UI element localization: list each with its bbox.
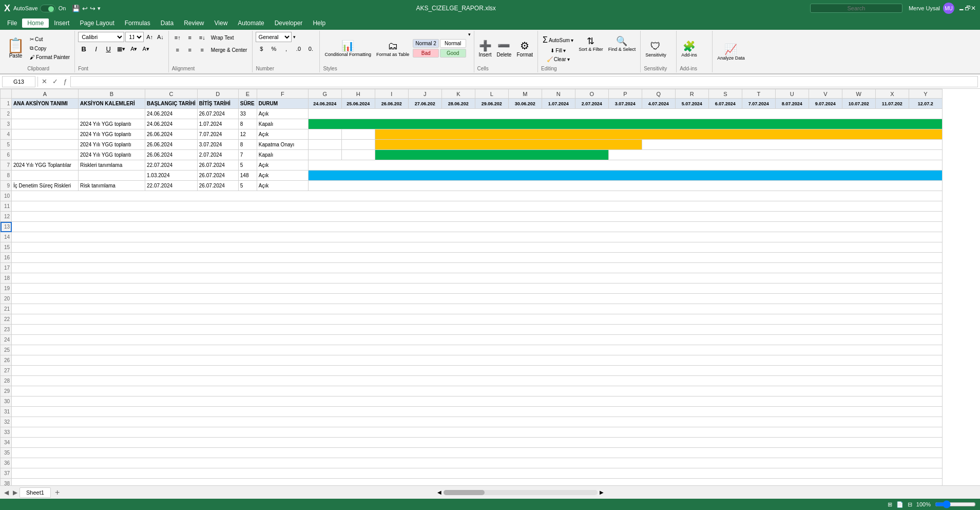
cell-E9[interactable]: 5 xyxy=(238,181,257,191)
close-button[interactable]: ✕ xyxy=(971,5,976,12)
cell-K1[interactable]: 28.06.202 xyxy=(441,99,475,109)
cell-T1[interactable]: 7.07.2024 xyxy=(742,99,775,109)
cell-gantt-4b[interactable] xyxy=(341,129,375,140)
col-header-G[interactable]: G xyxy=(308,89,341,99)
cell-A7[interactable]: 2024 Yılı YGG Toplantılar xyxy=(12,160,79,171)
cell-gantt-8[interactable] xyxy=(308,171,942,181)
sensitivity-button[interactable]: 🛡 Sensitivity xyxy=(644,39,668,59)
analyze-data-button[interactable]: 📈 Analyze Data xyxy=(716,42,746,62)
col-header-A[interactable]: A xyxy=(12,89,79,99)
cell-reference-input[interactable] xyxy=(2,76,35,87)
menu-help[interactable]: Help xyxy=(308,18,331,28)
cell-E5[interactable]: 8 xyxy=(238,140,257,150)
menu-formulas[interactable]: Formulas xyxy=(120,18,156,28)
cell-B8[interactable] xyxy=(79,171,145,181)
col-header-M[interactable]: M xyxy=(508,89,542,99)
font-family-select[interactable]: Calibri xyxy=(78,32,124,42)
cell-A2[interactable] xyxy=(12,109,79,119)
next-sheet-button[interactable]: ▶ xyxy=(11,488,20,497)
corner-cell[interactable] xyxy=(1,89,12,99)
menu-developer[interactable]: Developer xyxy=(270,18,308,28)
currency-button[interactable]: $ xyxy=(256,43,267,54)
cell-F1[interactable]: DURUM xyxy=(257,99,308,109)
cell-X1[interactable]: 11.07.202 xyxy=(875,99,909,109)
cell-B2[interactable] xyxy=(79,109,145,119)
cell-D6[interactable]: 2.07.2024 xyxy=(197,150,238,160)
align-middle-button[interactable]: ≡ xyxy=(184,32,196,43)
row-header[interactable]: 4 xyxy=(1,129,12,140)
col-header-R[interactable]: R xyxy=(675,89,708,99)
format-as-table-button[interactable]: 🗂 Format as Table xyxy=(375,39,411,59)
cell-C2[interactable]: 24.06.2024 xyxy=(145,109,198,119)
cell-gantt-2[interactable] xyxy=(308,109,942,119)
format-painter-button[interactable]: 🖌 Format Painter xyxy=(28,53,71,61)
cell-gantt-7[interactable] xyxy=(308,160,942,171)
cell-F4[interactable]: Açık xyxy=(257,129,308,140)
cell-C5[interactable]: 26.06.2024 xyxy=(145,140,198,150)
col-header-T[interactable]: T xyxy=(742,89,775,99)
col-header-O[interactable]: O xyxy=(575,89,608,99)
cell-F9[interactable]: Açık xyxy=(257,181,308,191)
increase-decimal-button[interactable]: .0 xyxy=(293,43,304,54)
col-header-F[interactable]: F xyxy=(257,89,308,99)
normal2-style-button[interactable]: Normal 2 xyxy=(413,39,439,48)
cell-D2[interactable]: 26.07.2024 xyxy=(197,109,238,119)
normal-style-button[interactable]: Normal xyxy=(440,39,466,48)
more-title-btn[interactable]: ▾ xyxy=(97,4,102,13)
cell-J1[interactable]: 27.06.202 xyxy=(408,99,441,109)
cell-O1[interactable]: 2.07.2024 xyxy=(575,99,608,109)
paste-button[interactable]: 📋 Paste xyxy=(5,37,26,60)
cell-E4[interactable]: 12 xyxy=(238,129,257,140)
cell-gantt-6c[interactable] xyxy=(375,150,608,160)
row-header[interactable]: 8 xyxy=(1,171,12,181)
cell-A3[interactable] xyxy=(12,119,79,129)
cell-Y1[interactable]: 12.07.2 xyxy=(909,99,942,109)
cell-E7[interactable]: 5 xyxy=(238,160,257,171)
align-left-button[interactable]: ≡ xyxy=(172,44,183,55)
cell-E3[interactable]: 8 xyxy=(238,119,257,129)
cell-E8[interactable]: 148 xyxy=(238,171,257,181)
cell-gantt-6a[interactable] xyxy=(308,150,341,160)
cell-B1[interactable]: AKSİYON KALEMLERİ xyxy=(79,99,145,109)
cell-gantt-5d[interactable] xyxy=(642,140,942,150)
cell-F2[interactable]: Açık xyxy=(257,109,308,119)
col-header-L[interactable]: L xyxy=(475,89,508,99)
cell-F5[interactable]: Kapatma Onayı xyxy=(257,140,308,150)
horizontal-scrollbar[interactable] xyxy=(444,490,598,495)
cell-B7[interactable]: Riskleri tanımlama xyxy=(79,160,145,171)
cell-D5[interactable]: 3.07.2024 xyxy=(197,140,238,150)
percent-button[interactable]: % xyxy=(268,43,279,54)
cell-R1[interactable]: 5.07.2024 xyxy=(675,99,708,109)
cell-E6[interactable]: 7 xyxy=(238,150,257,160)
col-header-Y[interactable]: Y xyxy=(909,89,942,99)
font-size-select[interactable]: 11 xyxy=(125,32,144,42)
cell-C9[interactable]: 22.07.2024 xyxy=(145,181,198,191)
col-header-D[interactable]: D xyxy=(197,89,238,99)
cell-A9[interactable]: İç Denetim Süreç Riskleri xyxy=(12,181,79,191)
cell-C1[interactable]: BAŞLANGIÇ TARİHİ xyxy=(145,99,198,109)
cell-gantt-5a[interactable] xyxy=(308,140,341,150)
cell-C6[interactable]: 26.06.2024 xyxy=(145,150,198,160)
delete-cell-button[interactable]: ➖ Delete xyxy=(495,38,513,59)
cell-C8[interactable]: 1.03.2024 xyxy=(145,171,198,181)
cell-P1[interactable]: 3.07.2024 xyxy=(608,99,642,109)
cell-G1[interactable]: 24.06.2024 xyxy=(308,99,341,109)
format-cell-button[interactable]: ⚙ Format xyxy=(515,38,534,59)
cell-C7[interactable]: 22.07.2024 xyxy=(145,160,198,171)
insert-function-icon[interactable]: ƒ xyxy=(62,78,68,85)
row-header[interactable]: 2 xyxy=(1,109,12,119)
add-sheet-button[interactable]: + xyxy=(52,487,63,498)
insert-cell-button[interactable]: ➕ Insert xyxy=(477,38,493,59)
cell-B5[interactable]: 2024 Yılı YGG toplantı xyxy=(79,140,145,150)
align-center-button[interactable]: ≡ xyxy=(184,44,196,55)
autosave-toggle[interactable] xyxy=(40,5,55,12)
cell-F3[interactable]: Kapalı xyxy=(257,119,308,129)
wrap-text-button[interactable]: Wrap Text xyxy=(209,34,236,42)
align-right-button[interactable]: ≡ xyxy=(197,44,208,55)
menu-view[interactable]: View xyxy=(209,18,233,28)
scroll-left-button[interactable]: ◀ xyxy=(437,489,441,495)
row-header[interactable]: 1 xyxy=(1,99,12,109)
search-box[interactable] xyxy=(810,4,902,13)
cell-D3[interactable]: 1.07.2024 xyxy=(197,119,238,129)
cell-F8[interactable]: Açık xyxy=(257,171,308,181)
